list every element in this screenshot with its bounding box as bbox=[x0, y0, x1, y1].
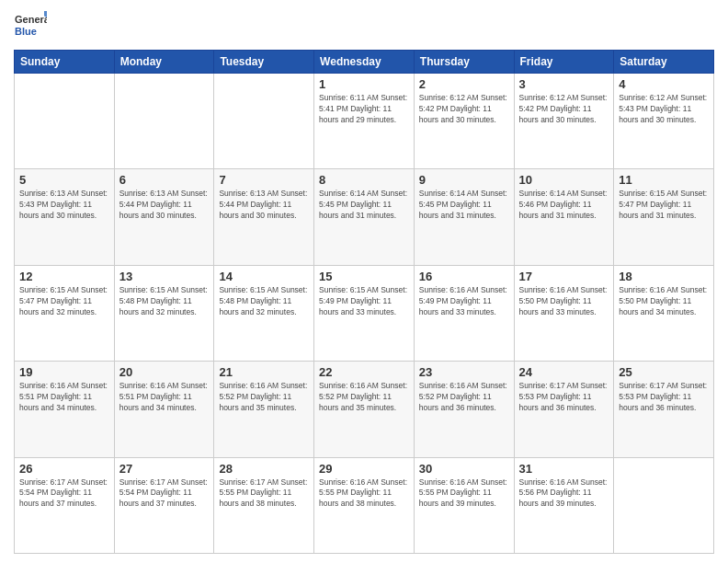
day-number: 19 bbox=[19, 365, 109, 379]
day-number: 27 bbox=[119, 462, 210, 476]
day-number: 20 bbox=[119, 365, 210, 379]
day-number: 21 bbox=[219, 365, 309, 379]
day-info: Sunrise: 6:16 AM Sunset: 5:55 PM Dayligh… bbox=[319, 477, 409, 511]
logo: General Blue bbox=[14, 9, 47, 42]
day-number: 26 bbox=[19, 462, 109, 476]
calendar-cell: 25Sunrise: 6:17 AM Sunset: 5:53 PM Dayli… bbox=[614, 362, 714, 457]
calendar-cell: 29Sunrise: 6:16 AM Sunset: 5:55 PM Dayli… bbox=[314, 457, 415, 553]
calendar-cell: 30Sunrise: 6:16 AM Sunset: 5:55 PM Dayli… bbox=[414, 457, 514, 553]
calendar-cell: 17Sunrise: 6:16 AM Sunset: 5:50 PM Dayli… bbox=[514, 265, 614, 361]
calendar-cell: 2Sunrise: 6:12 AM Sunset: 5:42 PM Daylig… bbox=[414, 74, 514, 169]
day-number: 4 bbox=[619, 77, 709, 91]
calendar-cell: 11Sunrise: 6:15 AM Sunset: 5:47 PM Dayli… bbox=[614, 169, 714, 265]
calendar-cell: 15Sunrise: 6:15 AM Sunset: 5:49 PM Dayli… bbox=[314, 265, 415, 361]
day-info: Sunrise: 6:13 AM Sunset: 5:44 PM Dayligh… bbox=[219, 189, 309, 222]
day-number: 9 bbox=[419, 173, 509, 187]
day-info: Sunrise: 6:14 AM Sunset: 5:45 PM Dayligh… bbox=[419, 189, 509, 222]
calendar-cell: 6Sunrise: 6:13 AM Sunset: 5:44 PM Daylig… bbox=[114, 169, 214, 265]
calendar-cell: 8Sunrise: 6:14 AM Sunset: 5:45 PM Daylig… bbox=[314, 169, 415, 265]
calendar-week-4: 19Sunrise: 6:16 AM Sunset: 5:51 PM Dayli… bbox=[15, 362, 714, 457]
day-number: 13 bbox=[119, 270, 210, 283]
day-number: 10 bbox=[519, 173, 609, 187]
page: General Blue SundayMondayTuesdayWednesda… bbox=[0, 0, 728, 563]
day-info: Sunrise: 6:15 AM Sunset: 5:48 PM Dayligh… bbox=[119, 285, 210, 318]
svg-text:Blue: Blue bbox=[15, 26, 37, 37]
day-info: Sunrise: 6:17 AM Sunset: 5:54 PM Dayligh… bbox=[19, 477, 109, 511]
calendar-cell: 27Sunrise: 6:17 AM Sunset: 5:54 PM Dayli… bbox=[114, 457, 214, 553]
day-info: Sunrise: 6:15 AM Sunset: 5:47 PM Dayligh… bbox=[19, 285, 109, 318]
day-info: Sunrise: 6:14 AM Sunset: 5:46 PM Dayligh… bbox=[519, 189, 609, 222]
day-info: Sunrise: 6:16 AM Sunset: 5:52 PM Dayligh… bbox=[419, 381, 509, 414]
calendar-cell bbox=[614, 457, 714, 553]
day-info: Sunrise: 6:17 AM Sunset: 5:53 PM Dayligh… bbox=[519, 381, 609, 414]
svg-text:General: General bbox=[15, 14, 47, 25]
calendar-cell: 1Sunrise: 6:11 AM Sunset: 5:41 PM Daylig… bbox=[314, 74, 415, 169]
day-header-tuesday: Tuesday bbox=[214, 51, 314, 74]
day-info: Sunrise: 6:17 AM Sunset: 5:53 PM Dayligh… bbox=[619, 381, 709, 414]
day-number: 15 bbox=[319, 270, 409, 283]
day-info: Sunrise: 6:12 AM Sunset: 5:43 PM Dayligh… bbox=[619, 93, 709, 126]
calendar-cell: 24Sunrise: 6:17 AM Sunset: 5:53 PM Dayli… bbox=[514, 362, 614, 457]
day-number: 14 bbox=[219, 270, 309, 283]
day-header-saturday: Saturday bbox=[614, 51, 714, 74]
calendar-cell: 10Sunrise: 6:14 AM Sunset: 5:46 PM Dayli… bbox=[514, 169, 614, 265]
calendar-cell: 18Sunrise: 6:16 AM Sunset: 5:50 PM Dayli… bbox=[614, 265, 714, 361]
calendar-week-5: 26Sunrise: 6:17 AM Sunset: 5:54 PM Dayli… bbox=[15, 457, 714, 553]
day-number: 6 bbox=[119, 173, 210, 187]
day-info: Sunrise: 6:16 AM Sunset: 5:50 PM Dayligh… bbox=[519, 285, 609, 318]
day-number: 17 bbox=[519, 270, 609, 283]
calendar-body: 1Sunrise: 6:11 AM Sunset: 5:41 PM Daylig… bbox=[15, 74, 714, 554]
day-number: 1 bbox=[319, 77, 409, 91]
day-info: Sunrise: 6:12 AM Sunset: 5:42 PM Dayligh… bbox=[419, 93, 509, 126]
calendar-cell: 12Sunrise: 6:15 AM Sunset: 5:47 PM Dayli… bbox=[15, 265, 115, 361]
calendar-cell: 22Sunrise: 6:16 AM Sunset: 5:52 PM Dayli… bbox=[314, 362, 415, 457]
calendar-cell: 5Sunrise: 6:13 AM Sunset: 5:43 PM Daylig… bbox=[15, 169, 115, 265]
day-number: 2 bbox=[419, 77, 509, 91]
day-info: Sunrise: 6:13 AM Sunset: 5:44 PM Dayligh… bbox=[119, 189, 210, 222]
day-info: Sunrise: 6:16 AM Sunset: 5:50 PM Dayligh… bbox=[619, 285, 709, 318]
day-info: Sunrise: 6:15 AM Sunset: 5:47 PM Dayligh… bbox=[619, 189, 709, 222]
day-info: Sunrise: 6:16 AM Sunset: 5:49 PM Dayligh… bbox=[419, 285, 509, 318]
day-number: 24 bbox=[519, 365, 609, 379]
calendar-cell: 21Sunrise: 6:16 AM Sunset: 5:52 PM Dayli… bbox=[214, 362, 314, 457]
day-number: 3 bbox=[519, 77, 609, 91]
calendar-cell: 9Sunrise: 6:14 AM Sunset: 5:45 PM Daylig… bbox=[414, 169, 514, 265]
day-header-friday: Friday bbox=[514, 51, 614, 74]
day-number: 5 bbox=[19, 173, 109, 187]
calendar-table: SundayMondayTuesdayWednesdayThursdayFrid… bbox=[14, 50, 714, 554]
header: General Blue bbox=[14, 9, 714, 42]
day-number: 8 bbox=[319, 173, 409, 187]
calendar-cell: 7Sunrise: 6:13 AM Sunset: 5:44 PM Daylig… bbox=[214, 169, 314, 265]
day-number: 16 bbox=[419, 270, 509, 283]
calendar-week-2: 5Sunrise: 6:13 AM Sunset: 5:43 PM Daylig… bbox=[15, 169, 714, 265]
day-header-wednesday: Wednesday bbox=[314, 51, 415, 74]
day-header-thursday: Thursday bbox=[414, 51, 514, 74]
day-number: 12 bbox=[19, 270, 109, 283]
day-number: 7 bbox=[219, 173, 309, 187]
calendar-cell: 13Sunrise: 6:15 AM Sunset: 5:48 PM Dayli… bbox=[114, 265, 214, 361]
day-number: 25 bbox=[619, 365, 709, 379]
calendar-cell: 3Sunrise: 6:12 AM Sunset: 5:42 PM Daylig… bbox=[514, 74, 614, 169]
day-info: Sunrise: 6:16 AM Sunset: 5:51 PM Dayligh… bbox=[19, 381, 109, 414]
day-header-sunday: Sunday bbox=[15, 51, 115, 74]
calendar-week-1: 1Sunrise: 6:11 AM Sunset: 5:41 PM Daylig… bbox=[15, 74, 714, 169]
calendar-cell: 28Sunrise: 6:17 AM Sunset: 5:55 PM Dayli… bbox=[214, 457, 314, 553]
day-header-monday: Monday bbox=[114, 51, 214, 74]
logo-svg: General Blue bbox=[14, 9, 47, 42]
calendar-header-row: SundayMondayTuesdayWednesdayThursdayFrid… bbox=[15, 51, 714, 74]
logo-container: General Blue bbox=[14, 9, 47, 42]
day-info: Sunrise: 6:16 AM Sunset: 5:52 PM Dayligh… bbox=[219, 381, 309, 414]
day-info: Sunrise: 6:13 AM Sunset: 5:43 PM Dayligh… bbox=[19, 189, 109, 222]
calendar-cell bbox=[15, 74, 115, 169]
day-info: Sunrise: 6:15 AM Sunset: 5:49 PM Dayligh… bbox=[319, 285, 409, 318]
day-number: 18 bbox=[619, 270, 709, 283]
day-info: Sunrise: 6:16 AM Sunset: 5:56 PM Dayligh… bbox=[519, 477, 609, 511]
day-info: Sunrise: 6:16 AM Sunset: 5:55 PM Dayligh… bbox=[419, 477, 509, 511]
day-info: Sunrise: 6:17 AM Sunset: 5:54 PM Dayligh… bbox=[119, 477, 210, 511]
day-info: Sunrise: 6:12 AM Sunset: 5:42 PM Dayligh… bbox=[519, 93, 609, 126]
calendar-cell: 31Sunrise: 6:16 AM Sunset: 5:56 PM Dayli… bbox=[514, 457, 614, 553]
day-number: 31 bbox=[519, 462, 609, 476]
calendar-cell: 23Sunrise: 6:16 AM Sunset: 5:52 PM Dayli… bbox=[414, 362, 514, 457]
day-number: 11 bbox=[619, 173, 709, 187]
day-info: Sunrise: 6:17 AM Sunset: 5:55 PM Dayligh… bbox=[219, 477, 309, 511]
